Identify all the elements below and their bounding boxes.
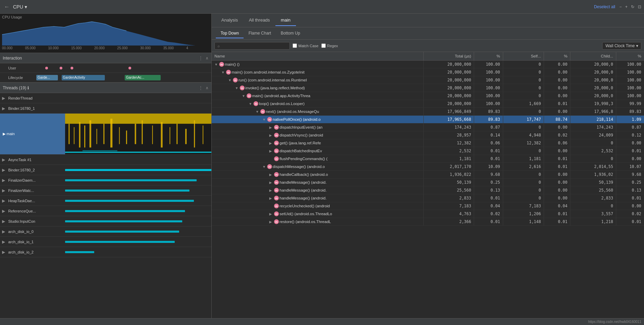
thread-expand-refqueue[interactable]: ▶: [0, 209, 7, 213]
table-row[interactable]: ▶ m get() (java.lang.ref.Refe 12,382 0.0…: [212, 139, 644, 147]
tab-analysis[interactable]: Analysis: [216, 15, 243, 26]
expand-icon[interactable]: ▼: [262, 165, 267, 169]
table-row[interactable]: ▶ m restore() (android.os.ThreadL 2,366 …: [212, 218, 644, 226]
table-row[interactable]: ▶ m recycleUnchecked() (android 7,183 0.…: [212, 202, 644, 210]
tab-allthreads[interactable]: All threads: [243, 15, 275, 26]
table-row-highlighted[interactable]: ▼ m nativePollOnce() (android.o 17,965,6…: [212, 116, 644, 124]
thread-expand-renderthread[interactable]: ▶: [0, 96, 7, 101]
expand-icon[interactable]: ▶: [269, 149, 273, 153]
expand-icon[interactable]: ▼: [256, 110, 260, 114]
thread-expand-asynctask[interactable]: ▶: [0, 157, 7, 162]
tab-main[interactable]: main: [275, 15, 296, 26]
thread-expand-studioinput[interactable]: ▶: [0, 219, 7, 224]
table-row[interactable]: ▶ m setUid() (android.os.ThreadLo 4,763 …: [212, 210, 644, 218]
table-row[interactable]: ▼ m main() () 20,000,000 100.00 0 0.00 2…: [212, 61, 644, 68]
thread-row-diskio1[interactable]: ▶ arch_disk_io_1: [0, 237, 211, 247]
lifecycle-bar-2[interactable]: GardenActivity: [62, 75, 105, 80]
tab-topdown[interactable]: Top Down: [216, 29, 244, 38]
thread-row-diskio2[interactable]: ▶ arch_disk_io_2: [0, 247, 211, 257]
table-row[interactable]: ▶ m dispatchBatchedInputEv 2,532 0.01 0 …: [212, 147, 644, 155]
table-row[interactable]: ▶ m dispatchInputEvent() (an 174,243 0.8…: [212, 124, 644, 131]
thread-expand-diskio1[interactable]: ▶: [0, 239, 7, 244]
main-thread-label[interactable]: ▶ main: [0, 114, 65, 154]
interaction-menu-icon[interactable]: ⋮: [199, 56, 203, 61]
regex-checkbox[interactable]: Regex: [321, 43, 338, 48]
table-row[interactable]: ▼ m loop() (android.os.Looper) 20,000,00…: [212, 100, 644, 108]
interaction-icons[interactable]: ⋮ ∧: [199, 56, 209, 61]
threads-collapse-icon[interactable]: ∧: [206, 86, 209, 90]
expand-icon[interactable]: ▶: [269, 181, 273, 184]
settings-icon[interactable]: ⊡: [638, 4, 641, 9]
cpu-dropdown[interactable]: CPU ▾: [13, 4, 27, 10]
refresh-icon[interactable]: ↻: [631, 4, 634, 9]
table-row[interactable]: ▼ m invoke() (java.lang.reflect.Method) …: [212, 84, 644, 92]
expand-icon[interactable]: ▶: [269, 173, 273, 177]
thread-row-diskio0[interactable]: ▶ arch_disk_io_0: [0, 226, 211, 237]
expand-icon[interactable]: ▶: [269, 212, 273, 216]
thread-row-refqueue[interactable]: ▶ ReferenceQue...: [0, 206, 211, 216]
table-row[interactable]: ▼ m run() (com.android.internal.os.Runti…: [212, 76, 644, 84]
self-pct-cell: 0.01: [544, 100, 570, 108]
table-row[interactable]: ▶ m handleMessage() (android. 2,833 0.01…: [212, 194, 644, 202]
thread-row-renderthread[interactable]: ▶ RenderThread: [0, 93, 211, 103]
table-container[interactable]: Name Total (µs) % Self... % Child... %: [212, 52, 644, 318]
thread-expand-finalizer[interactable]: ▶: [0, 178, 7, 183]
search-input[interactable]: [221, 43, 287, 48]
zoom-in-icon[interactable]: +: [625, 4, 628, 9]
expand-icon[interactable]: ▼: [228, 78, 232, 82]
expand-icon[interactable]: ▼: [214, 63, 219, 66]
thread-row-main[interactable]: ▶ main: [0, 114, 211, 155]
tab-bottomup[interactable]: Bottom Up: [276, 29, 305, 38]
interaction-collapse-icon[interactable]: ∧: [206, 56, 209, 61]
back-button[interactable]: ←: [3, 2, 11, 11]
table-row[interactable]: ▼ m main() (android.app.ActivityThrea 20…: [212, 92, 644, 100]
table-row[interactable]: ▶ m flushPendingCommands() ( 1,181 0.01 …: [212, 155, 644, 163]
expand-icon[interactable]: ▶: [269, 133, 273, 137]
table-row[interactable]: ▼ m dispatchMessage() (android.o 2,017,1…: [212, 163, 644, 171]
expand-icon[interactable]: ▼: [249, 102, 253, 106]
table-row[interactable]: ▼ m main() (com.android.internal.os.Zygo…: [212, 68, 644, 76]
tab-flamechart[interactable]: Flame Chart: [244, 29, 276, 38]
regex-check[interactable]: [321, 43, 326, 48]
match-case-checkbox[interactable]: Match Case: [293, 43, 319, 48]
match-case-check[interactable]: [293, 43, 297, 48]
lifecycle-bar-3[interactable]: GardenAc...: [125, 75, 161, 80]
threads-icons[interactable]: ⋮ ∧: [199, 86, 209, 90]
expand-icon[interactable]: ▶: [269, 196, 273, 200]
thread-row-asynctask[interactable]: ▶ AsyncTask #1: [0, 155, 211, 165]
threads-menu-icon[interactable]: ⋮: [199, 86, 203, 90]
time-dropdown[interactable]: Wall Clock Time ▾: [602, 42, 641, 50]
thread-row-heap[interactable]: ▶ HeapTaskDae...: [0, 196, 211, 206]
thread-row-finalizerwatcher[interactable]: ▶ FinalizerWatc...: [0, 185, 211, 196]
lifecycle-bar-1[interactable]: Garde...: [36, 75, 58, 80]
child-pct-cell: 100.00: [616, 84, 644, 92]
thread-expand-finalizerwatcher[interactable]: ▶: [0, 188, 7, 193]
expand-icon[interactable]: ▼: [221, 70, 225, 74]
thread-row-binder2[interactable]: ▶ Binder:16780_2: [0, 165, 211, 175]
thread-expand-binder1[interactable]: ▶: [0, 106, 7, 111]
deselect-all-button[interactable]: Deselect all: [594, 4, 615, 9]
table-row[interactable]: ▶ m handleMessage() (android. 50,139 0.2…: [212, 179, 644, 186]
table-row[interactable]: ▼ m next() (android.os.MessageQu 17,966,…: [212, 108, 644, 116]
expand-icon[interactable]: ▶: [269, 141, 273, 145]
search-box[interactable]: ⌕: [214, 42, 290, 50]
thread-expand-diskio0[interactable]: ▶: [0, 229, 7, 234]
table-row[interactable]: ▶ m handleCallback() (android.o 1,936,02…: [212, 171, 644, 179]
expand-icon[interactable]: ▼: [242, 94, 246, 98]
expand-icon[interactable]: ▼: [235, 86, 239, 90]
thread-row-studioinput[interactable]: ▶ Studio:InputCon: [0, 216, 211, 226]
threads-section[interactable]: ▶ RenderThread ▶ Binder:16780_1 ▶ main: [0, 93, 211, 318]
table-row[interactable]: ▶ m dispatchVsync() (android 28,957 0.14…: [212, 131, 644, 139]
expand-icon[interactable]: ▶: [269, 188, 273, 192]
table-row[interactable]: ▶ m handleMessage() (android. 25,560 0.1…: [212, 186, 644, 194]
zoom-out-icon[interactable]: −: [619, 4, 622, 9]
expand-icon[interactable]: ▶: [269, 126, 273, 129]
lifecycle-track: Garde... GardenActivity GardenAc...: [31, 73, 211, 82]
thread-row-finalizer[interactable]: ▶ FinalizerDaem...: [0, 175, 211, 185]
expand-icon[interactable]: ▶: [269, 220, 273, 224]
thread-row-binder1[interactable]: ▶ Binder:16780_1: [0, 103, 211, 114]
expand-icon[interactable]: ▼: [262, 118, 267, 121]
thread-expand-heap[interactable]: ▶: [0, 198, 7, 203]
thread-expand-diskio2[interactable]: ▶: [0, 250, 7, 255]
thread-expand-binder2[interactable]: ▶: [0, 168, 7, 172]
